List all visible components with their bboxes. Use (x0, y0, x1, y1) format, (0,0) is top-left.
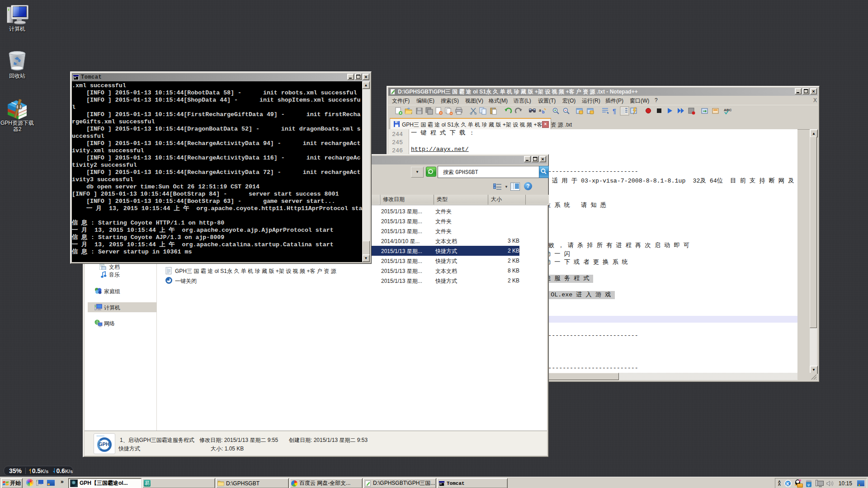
svg-text:b: b (542, 110, 545, 114)
svg-text:¶: ¶ (613, 108, 616, 115)
svg-text:a: a (539, 108, 542, 113)
